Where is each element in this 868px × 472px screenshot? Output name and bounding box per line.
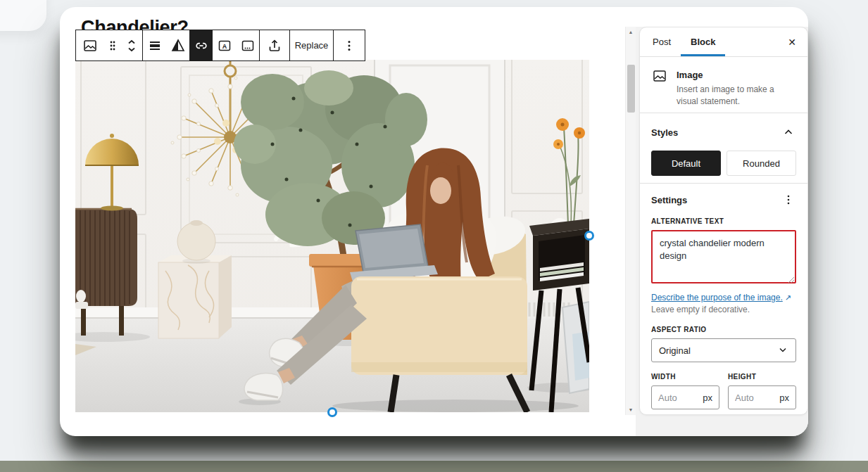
aspect-ratio-select[interactable]: Original	[651, 338, 796, 362]
replace-button[interactable]: Replace	[290, 30, 333, 60]
marble-pedestal	[158, 255, 232, 338]
describe-purpose-link[interactable]: Describe the purpose of the image.	[651, 293, 783, 302]
settings-title: Settings	[651, 195, 687, 205]
chevron-up-icon[interactable]	[781, 125, 796, 140]
alt-text-label: ALTERNATIVE TEXT	[651, 217, 796, 225]
caption-icon[interactable]	[236, 30, 259, 60]
svg-text:A: A	[222, 42, 227, 49]
styles-title: Styles	[651, 127, 678, 138]
text-over-image-icon[interactable]: A	[213, 30, 236, 60]
scrollbar-down-arrow-icon[interactable]: ▼	[626, 404, 636, 415]
width-input-box: px	[651, 385, 719, 409]
height-input[interactable]	[735, 393, 779, 403]
block-title: Image	[677, 70, 795, 80]
settings-sidebar: Post Block ✕ Image Insert an image to ma…	[639, 27, 808, 415]
tab-post[interactable]: Post	[643, 27, 681, 56]
height-label: HEIGHT	[728, 373, 796, 381]
scrollbar-up-arrow-icon[interactable]: ▲	[626, 27, 636, 37]
aspect-ratio-value: Original	[659, 345, 691, 356]
living-room-photo	[75, 60, 589, 412]
toolbar-media-group	[260, 30, 289, 60]
backdrop-bottom-strip	[0, 461, 868, 472]
width-unit-label: px	[703, 393, 712, 403]
external-link-icon: ↗	[785, 293, 791, 302]
block-description: Insert an image to make a visual stateme…	[677, 84, 795, 108]
alt-text-input[interactable]: crystal chandelier modern design	[651, 230, 796, 283]
upload-icon[interactable]	[260, 30, 289, 60]
close-icon[interactable]: ✕	[779, 27, 805, 56]
block-mover-icon[interactable]	[121, 30, 142, 60]
selected-image-block[interactable]	[75, 60, 589, 412]
options-menu-icon[interactable]	[334, 30, 365, 60]
settings-section: Settings ALTERNATIVE TEXT crystal chande…	[640, 184, 807, 409]
chevron-down-icon	[777, 344, 788, 357]
scrollbar-thumb[interactable]	[627, 65, 635, 113]
canvas-scrollbar[interactable]: ▲ ▼	[625, 27, 636, 415]
style-default-button[interactable]: Default	[651, 151, 721, 176]
width-input[interactable]	[658, 393, 703, 403]
settings-options-icon[interactable]	[781, 192, 796, 208]
sidebar-header: Post Block ✕	[640, 27, 807, 57]
toolbar-format-group: A	[143, 30, 259, 60]
tab-block[interactable]: Block	[681, 27, 725, 56]
drag-handle-icon[interactable]	[104, 30, 121, 60]
styles-section: Styles Default Rounded	[640, 113, 807, 184]
desktop-background: Chandelier?	[0, 0, 868, 472]
block-info-card: Image Insert an image to make a visual s…	[640, 57, 807, 113]
image-block-icon	[651, 68, 668, 113]
decorative-note: Leave empty if decorative.	[651, 305, 796, 314]
block-toolbar: A Replace	[75, 30, 365, 61]
image-block-type-icon[interactable]	[76, 30, 104, 60]
aspect-ratio-label: ASPECT RATIO	[651, 326, 796, 333]
link-icon[interactable]	[189, 30, 213, 60]
toolbar-options-group	[334, 30, 365, 60]
height-input-box: px	[728, 385, 796, 409]
backdrop-card-corner	[0, 0, 46, 31]
align-icon[interactable]	[143, 30, 166, 60]
resize-handle-bottom[interactable]	[327, 407, 337, 417]
height-unit-label: px	[779, 393, 789, 403]
duotone-filter-icon[interactable]	[166, 30, 189, 60]
width-label: WIDTH	[651, 373, 719, 381]
toolbar-block-group	[76, 30, 142, 60]
editor-window: Chandelier?	[60, 7, 808, 436]
resize-handle-right[interactable]	[584, 231, 594, 241]
style-rounded-button[interactable]: Rounded	[727, 151, 796, 176]
